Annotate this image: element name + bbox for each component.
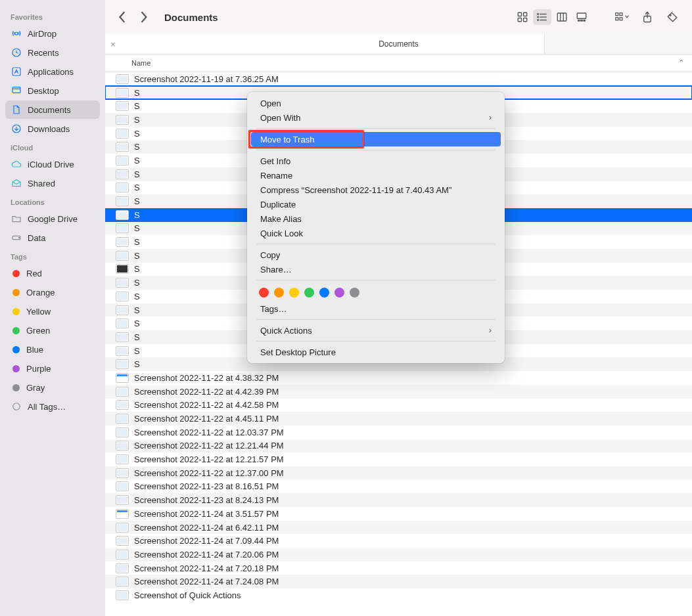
sidebar-item-data[interactable]: Data	[5, 229, 100, 247]
context-open-with[interactable]: Open With›	[251, 110, 501, 125]
file-row[interactable]: Screenshot 2022-11-24 at 7.20.06 PM	[105, 548, 692, 561]
sidebar-section-icloud: iCloud	[0, 139, 105, 154]
context-tags[interactable]: Tags…	[251, 301, 501, 316]
context-duplicate[interactable]: Duplicate	[251, 197, 501, 211]
context-make-alias[interactable]: Make Alias	[251, 211, 501, 226]
forward-button[interactable]	[137, 10, 151, 24]
file-row[interactable]: Screenshot 2022-11-22 at 12.21.57 PM	[105, 452, 692, 466]
sidebar-item-all-tags[interactable]: All Tags…	[5, 397, 100, 416]
file-thumbnail-icon	[116, 196, 129, 206]
file-name: S	[134, 88, 140, 98]
all-tags-icon	[11, 401, 22, 412]
tags-button[interactable]	[663, 9, 681, 25]
view-columns-button[interactable]	[553, 9, 571, 25]
sidebar-item-shared[interactable]: Shared	[5, 174, 100, 192]
file-row[interactable]: Screenshot 2022-11-23 at 8.16.51 PM	[105, 480, 692, 494]
context-tag-color[interactable]	[334, 288, 344, 297]
share-button[interactable]	[638, 9, 657, 25]
svg-rect-20	[557, 13, 566, 21]
file-thumbnail-icon	[116, 550, 129, 560]
file-row[interactable]: Screenshot 2022-11-24 at 3.51.57 PM	[105, 507, 692, 521]
view-icons-button[interactable]	[513, 9, 532, 25]
sidebar-item-icloud-drive[interactable]: iCloud Drive	[5, 155, 100, 173]
file-row[interactable]: Screenshot 2022-11-22 at 4.42.39 PM	[105, 385, 692, 399]
file-row[interactable]: Screenshot 2022-11-22 at 4.42.58 PM	[105, 399, 692, 412]
sidebar-item-recents[interactable]: Recents	[5, 43, 100, 62]
file-name: S	[134, 196, 140, 206]
context-tag-color[interactable]	[304, 288, 314, 297]
sidebar-item-google-drive[interactable]: Google Drive	[5, 209, 100, 228]
file-row[interactable]: Screenshot 2022-11-19 at 7.36.25 AM	[105, 72, 692, 86]
file-row[interactable]: Screenshot 2022-11-22 at 12.37.00 PM	[105, 466, 692, 480]
sidebar-item-airdrop[interactable]: AirDrop	[5, 24, 100, 43]
sidebar-item-applications[interactable]: Applications	[5, 62, 100, 81]
context-copy[interactable]: Copy	[251, 248, 501, 262]
file-thumbnail-icon	[116, 346, 129, 356]
sidebar-item-desktop[interactable]: Desktop	[5, 81, 100, 100]
file-name: Screenshot 2022-11-22 at 4.42.58 PM	[134, 400, 279, 410]
file-row[interactable]: Screenshot 2022-11-22 at 12.21.44 PM	[105, 439, 692, 453]
file-name: Screenshot 2022-11-24 at 7.20.06 PM	[134, 550, 279, 560]
context-rename[interactable]: Rename	[251, 168, 501, 183]
context-open[interactable]: Open	[251, 96, 501, 110]
chevron-right-icon: ›	[489, 113, 492, 122]
file-row[interactable]: Screenshot 2022-11-22 at 12.03.37 PM	[105, 426, 692, 439]
back-button[interactable]	[116, 10, 130, 24]
sort-ascending-icon: ⌃	[678, 58, 684, 67]
file-name: Screenshot 2022-11-22 at 12.03.37 PM	[134, 428, 284, 437]
pathbar-close-button[interactable]: ×	[105, 39, 121, 49]
context-get-info[interactable]: Get Info	[251, 154, 501, 168]
file-row[interactable]: Screenshot 2022-11-23 at 8.24.13 PM	[105, 493, 692, 507]
download-icon	[11, 123, 22, 135]
breadcrumb[interactable]: Documents	[379, 39, 419, 49]
sidebar-item-downloads[interactable]: Downloads	[5, 120, 100, 138]
svg-point-33	[670, 14, 671, 16]
view-gallery-button[interactable]	[572, 9, 591, 25]
context-separator	[256, 280, 496, 280]
context-share[interactable]: Share…	[251, 262, 501, 276]
sidebar-item-blue[interactable]: Blue	[5, 340, 100, 359]
context-quick-actions[interactable]: Quick Actions›	[251, 323, 501, 338]
toolbar: Documents	[105, 0, 692, 34]
sidebar-item-label: All Tags…	[28, 402, 66, 412]
context-move-to-trash[interactable]: Move to Trash	[251, 132, 501, 146]
file-row[interactable]: Screenshot of Quick Actions	[105, 588, 692, 602]
context-tag-color[interactable]	[274, 288, 284, 297]
svg-point-18	[538, 16, 539, 18]
file-name: S	[134, 292, 140, 301]
sidebar-item-green[interactable]: Green	[5, 321, 100, 340]
sidebar-item-gray[interactable]: Gray	[5, 378, 100, 397]
context-quick-look[interactable]: Quick Look	[251, 226, 501, 240]
context-set-desktop-picture[interactable]: Set Desktop Picture	[251, 345, 501, 359]
context-compress[interactable]: Compress “Screenshot 2022-11-19 at 7.40.…	[251, 183, 501, 197]
sidebar-item-yellow[interactable]: Yellow	[5, 302, 100, 320]
context-tag-color[interactable]	[350, 288, 359, 297]
sidebar-item-documents[interactable]: Documents	[5, 100, 100, 119]
file-row[interactable]: Screenshot 2022-11-22 at 4.38.32 PM	[105, 371, 692, 385]
sidebar-item-purple[interactable]: Purple	[5, 359, 100, 378]
file-thumbnail-icon	[116, 319, 129, 328]
file-row[interactable]: Screenshot 2022-11-24 at 6.42.11 PM	[105, 521, 692, 535]
file-name: S	[134, 251, 140, 261]
sidebar-item-label: Purple	[26, 364, 51, 374]
view-list-button[interactable]	[533, 9, 551, 25]
file-row[interactable]: Screenshot 2022-11-24 at 7.20.18 PM	[105, 561, 692, 575]
file-row[interactable]: Screenshot 2022-11-24 at 7.09.44 PM	[105, 534, 692, 548]
group-by-button[interactable]	[613, 9, 632, 25]
svg-point-17	[538, 14, 539, 15]
file-thumbnail-icon	[116, 142, 129, 152]
sidebar-item-red[interactable]: Red	[5, 264, 100, 282]
view-mode-group	[513, 9, 591, 25]
pathbar-tab-new[interactable]	[544, 34, 692, 54]
column-header[interactable]: Name ⌃	[105, 55, 692, 72]
file-row[interactable]: Screenshot 2022-11-24 at 7.24.08 PM	[105, 575, 692, 588]
sidebar-item-orange[interactable]: Orange	[5, 283, 100, 301]
context-tag-color[interactable]	[289, 288, 299, 297]
file-name: S	[134, 223, 140, 233]
file-row[interactable]: Screenshot 2022-11-22 at 4.45.11 PM	[105, 412, 692, 426]
file-thumbnail-icon	[116, 481, 129, 491]
context-tag-color[interactable]	[259, 288, 269, 297]
svg-rect-10	[518, 12, 521, 16]
context-tag-color[interactable]	[319, 288, 329, 297]
file-name: S	[134, 346, 140, 356]
